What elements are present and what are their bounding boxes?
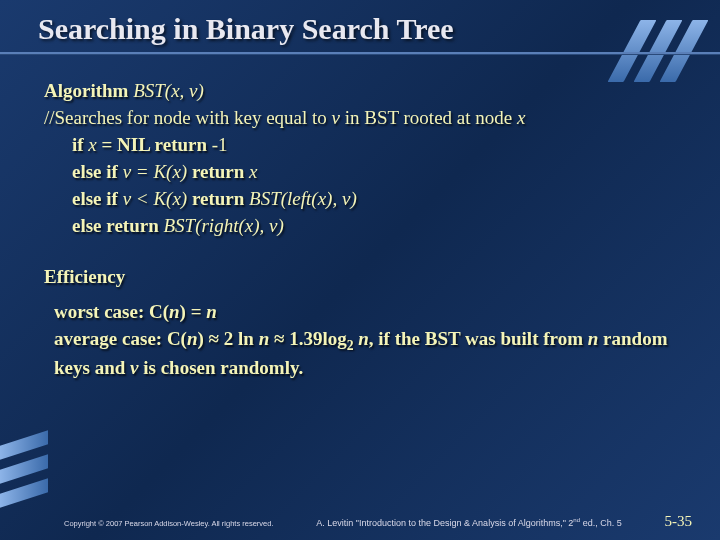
efficiency-body: worst case: C(n) = n average case: C(n) … <box>44 299 680 382</box>
algorithm-line-4: else return BST(right(x), v) <box>44 213 680 240</box>
page-number: 5-35 <box>665 513 693 530</box>
title-underline <box>0 52 720 55</box>
slide: Searching in Binary Search Tree Algorith… <box>0 0 720 540</box>
efficiency-heading: Efficiency <box>44 264 680 291</box>
algorithm-line-2: else if v = K(x) return x <box>44 159 680 186</box>
citation-text: A. Levitin "Introduction to the Design &… <box>274 516 665 528</box>
copyright-text: Copyright © 2007 Pearson Addison-Wesley.… <box>64 519 274 528</box>
title-area: Searching in Binary Search Tree <box>0 0 720 46</box>
slide-title: Searching in Binary Search Tree <box>38 12 720 46</box>
decor-stripes-bottom-left <box>0 438 48 500</box>
worst-case-line: worst case: C(n) = n <box>54 299 680 326</box>
footer: Copyright © 2007 Pearson Addison-Wesley.… <box>0 513 720 530</box>
algorithm-header: Algorithm BST(x, v) <box>44 78 680 105</box>
average-case-line: average case: C(n) ≈ 2 ln n ≈ 1.39log2 n… <box>54 326 680 382</box>
algorithm-line-3: else if v < K(x) return BST(left(x), v) <box>44 186 680 213</box>
algorithm-line-1: if x = NIL return -1 <box>44 132 680 159</box>
algorithm-block: Algorithm BST(x, v) //Searches for node … <box>44 78 680 240</box>
algorithm-comment: //Searches for node with key equal to v … <box>44 105 680 132</box>
slide-content: Algorithm BST(x, v) //Searches for node … <box>0 54 720 382</box>
